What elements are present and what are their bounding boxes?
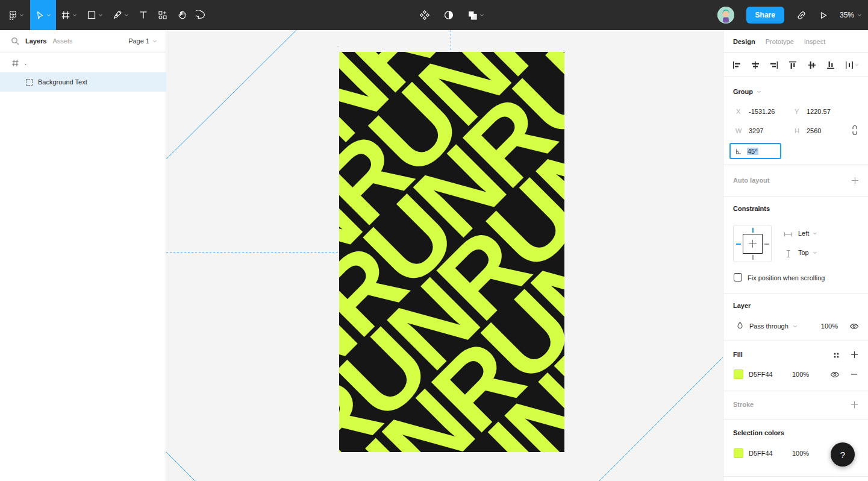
- horizontal-constraint-select[interactable]: Left: [798, 230, 817, 237]
- component-tool-button[interactable]: [414, 0, 435, 30]
- blend-mode-value: Pass through: [749, 322, 788, 330]
- angle-icon: [735, 148, 742, 155]
- layers-panel: Layers Assets Page 1 . Background Text: [0, 30, 166, 481]
- w-field[interactable]: 3297: [749, 127, 763, 134]
- vertical-constraint-value: Top: [798, 249, 809, 256]
- align-left-icon[interactable]: [732, 61, 741, 69]
- tab-layers[interactable]: Layers: [25, 37, 46, 45]
- transform-section: Group X -1531.26 Y 1220.57 W 3297 H 2560…: [723, 77, 868, 165]
- mask-tool-button[interactable]: [439, 0, 459, 30]
- chevron-down-icon: [813, 231, 817, 236]
- align-h-center-icon[interactable]: [751, 61, 760, 69]
- selection-type-selector[interactable]: Group: [733, 88, 761, 95]
- zoom-control[interactable]: 35%: [840, 11, 862, 19]
- copy-link-icon[interactable]: [796, 10, 807, 20]
- layer-row-background-text[interactable]: Background Text: [0, 72, 166, 92]
- alignment-toolbar: [723, 53, 868, 77]
- blend-mode-select[interactable]: Pass through: [749, 322, 798, 330]
- frame-icon: [61, 10, 70, 20]
- layer-row-frame[interactable]: .: [0, 53, 166, 72]
- fix-position-label: Fix position when scrolling: [748, 274, 825, 281]
- remove-fill-minus-icon[interactable]: [850, 370, 858, 379]
- share-button[interactable]: Share: [746, 7, 784, 24]
- canvas[interactable]: . RUNRUNRUNRUNRUNRUNRUNRUNRUNRUNRUNRUNRU…: [166, 30, 723, 481]
- fill-color-swatch[interactable]: [734, 369, 743, 379]
- text-tool-button[interactable]: [134, 0, 153, 30]
- frame-tool-button[interactable]: [56, 0, 82, 30]
- toolbar-center-tools: [414, 0, 489, 30]
- shape-tool-button[interactable]: [82, 0, 108, 30]
- chevron-down-icon: [124, 13, 129, 17]
- tab-design[interactable]: Design: [733, 38, 755, 45]
- tab-inspect[interactable]: Inspect: [804, 38, 825, 45]
- h-field[interactable]: 2560: [807, 127, 821, 134]
- inspector-panel: Design Prototype Inspect Group X -1531.2…: [723, 30, 868, 481]
- chevron-down-icon: [857, 13, 862, 17]
- fill-hex-field[interactable]: D5FF44: [749, 371, 773, 378]
- align-bottom-icon[interactable]: [826, 61, 835, 69]
- layers-panel-header: Layers Assets Page 1: [0, 30, 166, 52]
- h-label: H: [795, 127, 799, 134]
- chevron-down-icon: [855, 63, 859, 67]
- chevron-down-icon: [813, 250, 817, 255]
- fill-opacity-field[interactable]: 100%: [792, 371, 809, 378]
- toolbar: Share 35%: [0, 0, 868, 30]
- chevron-down-icon: [793, 324, 798, 329]
- selection-colors-title: Selection colors: [733, 429, 784, 436]
- chevron-down-icon: [757, 89, 761, 94]
- zoom-level-value: 35%: [840, 11, 854, 19]
- constraint-right-tick[interactable]: [764, 244, 769, 245]
- chevron-down-icon: [46, 13, 51, 17]
- search-icon[interactable]: [11, 37, 19, 45]
- align-top-icon[interactable]: [788, 61, 797, 69]
- fix-position-checkbox[interactable]: [734, 273, 742, 281]
- present-play-icon[interactable]: [819, 11, 828, 20]
- toolbar-left-tools: [0, 0, 211, 30]
- layer-visibility-eye-icon[interactable]: [849, 322, 859, 330]
- constrain-proportions-icon[interactable]: [851, 125, 858, 136]
- fill-styles-icon[interactable]: [832, 351, 840, 359]
- main-menu-button[interactable]: [0, 0, 30, 30]
- pen-tool-button[interactable]: [108, 0, 134, 30]
- x-field[interactable]: -1531.26: [749, 108, 775, 115]
- constraint-left-tick[interactable]: [736, 244, 741, 245]
- help-button[interactable]: ?: [831, 442, 855, 467]
- selection-color-hex[interactable]: D5FF44: [749, 450, 773, 457]
- move-tool-button[interactable]: [30, 0, 56, 30]
- add-fill-button[interactable]: [851, 351, 858, 359]
- w-label: W: [735, 127, 742, 134]
- y-field[interactable]: 1220.57: [807, 108, 831, 115]
- align-v-center-icon[interactable]: [808, 61, 816, 69]
- constraint-bottom-tick[interactable]: [752, 255, 754, 260]
- selection-color-swatch[interactable]: [734, 448, 743, 458]
- constraint-top-tick[interactable]: [752, 228, 754, 233]
- auto-layout-section: Auto layout: [723, 165, 868, 196]
- rotation-value: 45°: [747, 148, 758, 155]
- constraints-widget[interactable]: [733, 225, 772, 262]
- rotation-field[interactable]: 45°: [729, 143, 781, 159]
- chevron-down-icon: [479, 13, 484, 17]
- vertical-constraint-select[interactable]: Top: [798, 249, 817, 256]
- layer-opacity-field[interactable]: 100%: [808, 322, 838, 330]
- selection-color-opacity[interactable]: 100%: [792, 450, 809, 457]
- horizontal-constraint-icon: [784, 231, 793, 238]
- add-auto-layout-button[interactable]: [851, 177, 859, 184]
- tab-assets[interactable]: Assets: [52, 37, 72, 45]
- hand-icon: [177, 10, 187, 20]
- page-selector[interactable]: Page 1: [128, 37, 157, 45]
- inspector-tabs: Design Prototype Inspect: [723, 30, 868, 53]
- tab-prototype[interactable]: Prototype: [766, 38, 794, 45]
- boolean-ops-button[interactable]: [463, 0, 489, 30]
- comment-tool-button[interactable]: [192, 0, 211, 30]
- avatar[interactable]: [717, 7, 734, 24]
- resources-tool-button[interactable]: [153, 0, 172, 30]
- layer-section: Layer Pass through 100%: [723, 294, 868, 341]
- cursor-icon: [35, 10, 45, 20]
- page-selector-label: Page 1: [128, 37, 149, 45]
- distribute-icon[interactable]: [845, 61, 859, 69]
- comment-icon: [196, 10, 207, 20]
- add-stroke-button[interactable]: [851, 401, 858, 409]
- fill-visibility-eye-icon[interactable]: [830, 371, 840, 379]
- hand-tool-button[interactable]: [172, 0, 192, 30]
- align-right-icon[interactable]: [770, 61, 778, 69]
